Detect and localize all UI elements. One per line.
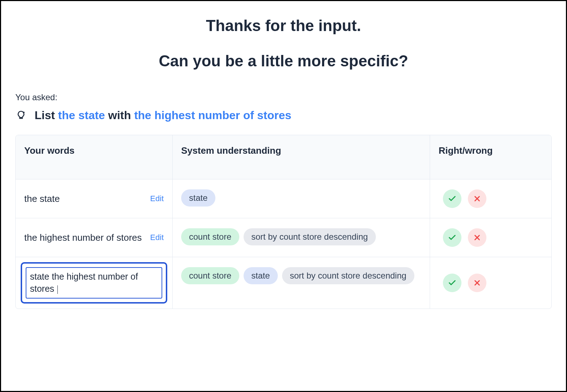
mark-correct-button[interactable] (443, 274, 461, 292)
check-icon (448, 233, 456, 242)
chip-count-store[interactable]: count store (181, 267, 239, 284)
chip-state[interactable]: state (181, 189, 215, 207)
check-icon (448, 194, 456, 203)
mark-correct-button[interactable] (443, 189, 461, 208)
text-caret (57, 285, 58, 294)
sparkle-lightbulb-icon (15, 110, 27, 121)
query-text: List the state with the highest number o… (35, 109, 291, 122)
table-header: Your words System understanding Right/wr… (16, 135, 551, 179)
mark-wrong-button[interactable] (468, 189, 486, 208)
heading-block: Thanks for the input. Can you be a littl… (15, 15, 552, 71)
close-icon (473, 279, 481, 287)
table-row: the highest number of stores Edit count … (16, 218, 551, 257)
edit-box-focus-ring: state the highest number of stores (21, 262, 167, 304)
chip-count-store[interactable]: count store (181, 228, 239, 245)
heading-line-1: Thanks for the input. (15, 15, 552, 36)
table-row: state the highest number of stores count… (16, 257, 551, 309)
column-header-words: Your words (24, 145, 164, 156)
chip-state[interactable]: state (244, 267, 278, 284)
your-words-input[interactable]: state the highest number of stores (26, 267, 162, 299)
your-words-text: the highest number of stores (24, 231, 142, 244)
query-part-2: with (105, 109, 134, 122)
query-part-0: List (35, 109, 58, 122)
understanding-table: Your words System understanding Right/wr… (15, 135, 552, 309)
chip-sort-desc[interactable]: sort by count store descending (282, 267, 414, 284)
your-words-text: the state (24, 192, 60, 205)
mark-wrong-button[interactable] (468, 274, 486, 292)
column-header-system: System understanding (181, 145, 421, 156)
check-icon (448, 279, 456, 287)
chips-container: count store state sort by count store de… (181, 267, 421, 284)
heading-line-2: Can you be a little more specific? (15, 51, 552, 71)
edit-link[interactable]: Edit (150, 233, 164, 242)
table-row: the state Edit state (16, 179, 551, 218)
query-highlight-state[interactable]: the state (58, 109, 105, 122)
close-icon (473, 233, 481, 242)
query-highlight-highest[interactable]: the highest number of stores (134, 109, 291, 122)
mark-correct-button[interactable] (443, 228, 461, 247)
chip-sort-desc[interactable]: sort by count store descending (244, 228, 376, 245)
edit-link[interactable]: Edit (150, 194, 164, 203)
chips-container: count store sort by count store descendi… (181, 228, 421, 245)
query-row: List the state with the highest number o… (15, 109, 552, 122)
mark-wrong-button[interactable] (468, 228, 486, 247)
close-icon (473, 194, 481, 203)
column-header-rightwrong: Right/wrong (439, 145, 543, 156)
chips-container: state (181, 189, 421, 207)
you-asked-label: You asked: (15, 92, 552, 102)
